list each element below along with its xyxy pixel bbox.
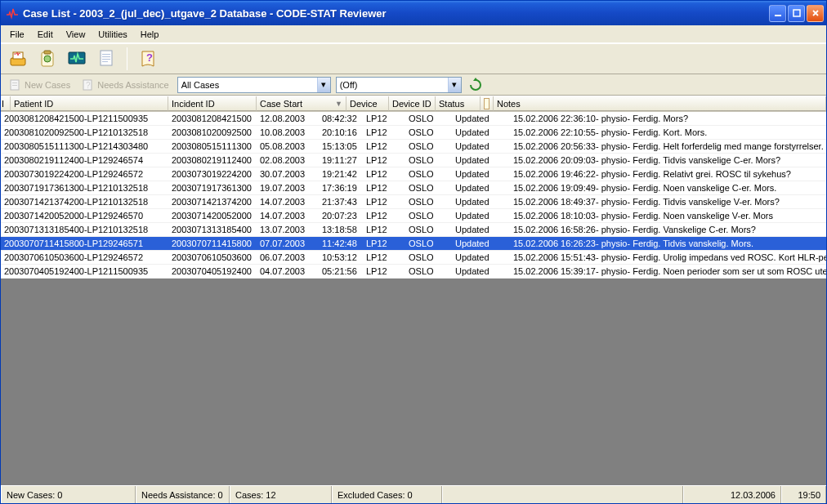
window-title: Case List - 2003_2_(jul_dec)_utgave_2 Da… (23, 7, 769, 20)
status-excluded: Excluded Cases: 0 (332, 486, 442, 503)
toolbar: ? (1, 43, 826, 74)
cell-status: Updated (452, 126, 497, 139)
cell-patient-id: 2003080515111300-LP1214303480 (1, 140, 168, 153)
cell-patient-id: 2003070610503600-LP129246572 (1, 251, 168, 264)
cell-status: Updated (452, 154, 497, 167)
cell-patient-id: 2003071421374200-LP1210132518 (1, 195, 168, 208)
app-window: Case List - 2003_2_(jul_dec)_utgave_2 Da… (0, 0, 827, 504)
sort-desc-icon: ▼ (335, 100, 342, 108)
table-row[interactable]: 2003081020092500-LP121013251820030810200… (1, 126, 826, 140)
minimize-button[interactable] (769, 5, 786, 22)
menu-file[interactable]: File (4, 28, 30, 41)
cell-status: Updated (452, 237, 497, 250)
menubar: File Edit View Utilities Help (1, 25, 826, 43)
app-icon (6, 7, 19, 20)
cell-incident-id: 2003070711415800 (168, 237, 257, 250)
cell-incident-id: 2003080219112400 (168, 154, 257, 167)
cell-status: Updated (452, 195, 497, 208)
cell-device-id: OSLO (405, 265, 452, 278)
cell-device-id: OSLO (405, 154, 452, 167)
table-row[interactable]: 2003071421374200-LP121013251820030714213… (1, 195, 826, 209)
cell-notes: 15.02.2006 16:58:26- physio- Ferdig. Van… (510, 223, 826, 236)
cell-notes: 15.02.2006 20:56:33- physio- Ferdig. Hel… (510, 140, 826, 153)
svg-text:?: ? (86, 81, 91, 90)
clipboard-button[interactable] (35, 47, 60, 71)
menu-edit[interactable]: Edit (32, 28, 59, 41)
status-time: 19:50 (781, 486, 826, 503)
cell-status: Updated (452, 112, 497, 125)
cell-notes: 15.02.2006 19:09:49- physio- Ferdig. Noe… (510, 181, 826, 194)
menu-view[interactable]: View (60, 28, 92, 41)
cell-device: LP12 (363, 195, 405, 208)
cell-status: Updated (452, 209, 497, 222)
cell-incident-id: 2003071420052000 (168, 209, 257, 222)
cell-case-time: 11:42:48 (319, 237, 363, 250)
table-row[interactable]: 2003070711415800-LP129246571200307071141… (1, 237, 826, 251)
table-row[interactable]: 2003080219112400-LP129246574200308021911… (1, 154, 826, 167)
close-button[interactable] (807, 5, 824, 22)
svg-rect-16 (12, 85, 17, 86)
cell-notes: 15.02.2006 22:36:10- physio- Ferdig. Mor… (510, 112, 826, 125)
col-case-start-label: Case Start (260, 99, 302, 109)
cell-note-flag (497, 181, 510, 194)
table-row[interactable]: 2003071917361300-LP121013251820030719173… (1, 181, 826, 195)
needs-assistance-button[interactable]: ? Needs Assistance (78, 77, 172, 93)
cell-note-flag (497, 195, 510, 208)
status-new-cases: New Cases: 0 (1, 486, 136, 503)
cell-case-time: 20:07:23 (319, 209, 363, 222)
help-button[interactable]: ? (136, 47, 160, 71)
cell-case-time: 19:11:27 (319, 154, 363, 167)
col-case-start[interactable]: Case Start▼ (257, 96, 346, 111)
table-row[interactable]: 2003070610503600-LP129246572200307061050… (1, 251, 826, 265)
menu-help[interactable]: Help (135, 28, 165, 41)
cell-case-date: 12.08.2003 (257, 112, 319, 125)
col-status[interactable]: Status (436, 96, 481, 111)
cell-patient-id: 2003070405192400-LP1211500935 (1, 265, 168, 278)
cell-case-time: 21:37:43 (319, 195, 363, 208)
col-incident-id[interactable]: Incident ID (168, 96, 257, 111)
cell-device-id: OSLO (405, 223, 452, 236)
col-note-icon[interactable] (481, 96, 494, 111)
table-row[interactable]: 2003070405192400-LP121150093520030704051… (1, 265, 826, 279)
table-row[interactable]: 2003071420052000-LP129246570200307142005… (1, 209, 826, 223)
table-row[interactable]: 2003071313185400-LP121013251820030713131… (1, 223, 826, 237)
col-flag[interactable]: I (1, 96, 11, 111)
new-cases-button[interactable]: New Cases (6, 77, 74, 93)
filter-dropdown-sort[interactable]: (Off) ▾ (336, 77, 462, 93)
cell-device-id: OSLO (405, 237, 452, 250)
svg-rect-8 (101, 51, 112, 65)
filter-dropdown-cases[interactable]: All Cases ▾ (177, 77, 331, 93)
cell-notes: 15.02.2006 15:51:43- physio- Ferdig. Uro… (510, 251, 826, 264)
refresh-button[interactable] (467, 76, 485, 94)
table-row[interactable]: 2003073019224200-LP129246572200307301922… (1, 167, 826, 181)
monitor-button[interactable] (65, 47, 89, 71)
col-patient-id[interactable]: Patient ID (11, 96, 168, 111)
cell-status: Updated (452, 167, 497, 181)
cell-patient-id: 2003081020092500-LP1210132518 (1, 126, 168, 139)
cell-status: Updated (452, 251, 497, 264)
chevron-down-icon: ▾ (448, 78, 461, 92)
cell-notes: 15.02.2006 18:49:37- physio- Ferdig. Tid… (510, 195, 826, 208)
table-row[interactable]: 2003080515111300-LP121430348020030805151… (1, 140, 826, 154)
cell-device-id: OSLO (405, 251, 452, 264)
cell-note-flag (497, 167, 510, 181)
cell-device: LP12 (363, 181, 405, 194)
titlebar: Case List - 2003_2_(jul_dec)_utgave_2 Da… (1, 1, 826, 25)
menu-utilities[interactable]: Utilities (92, 28, 132, 41)
cell-case-date: 30.07.2003 (257, 167, 319, 181)
new-cases-label: New Cases (25, 80, 70, 90)
cell-case-date: 02.08.2003 (257, 154, 319, 167)
cell-case-time: 19:21:42 (319, 167, 363, 181)
cell-case-time: 20:10:16 (319, 126, 363, 139)
cell-case-date: 04.07.2003 (257, 265, 319, 278)
col-notes[interactable]: Notes (494, 96, 826, 111)
print-button[interactable] (6, 47, 30, 71)
cell-incident-id: 2003070610503600 (168, 251, 257, 264)
cell-status: Updated (452, 140, 497, 153)
cell-device: LP12 (363, 223, 405, 236)
maximize-button[interactable] (788, 5, 805, 22)
table-row[interactable]: 2003081208421500-LP121150093520030812084… (1, 112, 826, 126)
document-button[interactable] (94, 47, 118, 71)
col-device[interactable]: Device (346, 96, 389, 111)
col-device-id[interactable]: Device ID (389, 96, 436, 111)
